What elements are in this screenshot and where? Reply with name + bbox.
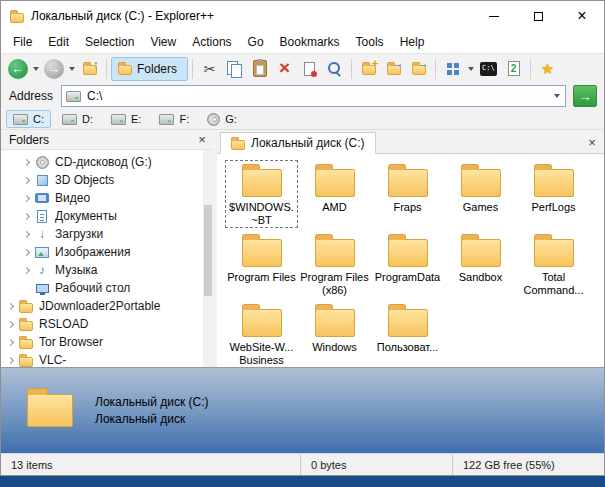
tree-item[interactable]: Рабочий стол — [1, 279, 203, 297]
file-item[interactable]: $WINDOWS.~BT — [225, 160, 298, 228]
menu-actions[interactable]: Actions — [184, 32, 239, 52]
file-item[interactable]: AMD — [298, 160, 371, 228]
file-item[interactable]: Games — [444, 160, 517, 228]
expand-chevron-icon[interactable] — [7, 338, 14, 345]
forward-icon — [44, 59, 64, 79]
tree-item[interactable]: 3D Objects — [1, 171, 203, 189]
duplicate-tab-button[interactable] — [501, 57, 526, 81]
tree-item[interactable]: JDownloader2Portable — [1, 297, 203, 315]
file-item[interactable]: PerfLogs — [517, 160, 590, 228]
drive-button-d[interactable]: D: — [55, 110, 100, 128]
folder-tree: CD-дисковод (G:)3D ObjectsВидеоДокументы… — [1, 150, 203, 367]
file-item[interactable]: Sandbox — [444, 230, 517, 298]
tree-item[interactable]: Музыка — [1, 261, 203, 279]
address-bar: Address C:\ — [1, 83, 604, 109]
move-to-button[interactable] — [406, 57, 431, 81]
properties-icon — [304, 62, 315, 76]
file-item[interactable]: Total Command... — [517, 230, 590, 298]
expand-chevron-icon[interactable] — [23, 194, 30, 201]
folder-icon — [534, 169, 574, 197]
expand-chevron-icon[interactable] — [7, 320, 14, 327]
back-icon — [8, 59, 28, 79]
tree-scrollbar[interactable] — [203, 150, 213, 367]
file-item[interactable]: ProgramData — [371, 230, 444, 298]
tree-item[interactable]: Tor Browser — [1, 333, 203, 351]
delete-button[interactable] — [272, 57, 297, 81]
file-item-label: PerfLogs — [518, 201, 589, 214]
address-dropdown[interactable] — [548, 86, 565, 106]
close-icon — [577, 7, 586, 25]
file-item[interactable]: Program Files (x86) — [298, 230, 371, 298]
forward-button[interactable] — [41, 57, 66, 81]
search-button[interactable] — [322, 57, 347, 81]
cut-button[interactable] — [197, 57, 222, 81]
expand-chevron-icon[interactable] — [23, 266, 30, 273]
folders-button[interactable]: Folders — [111, 57, 188, 81]
drive-button-g[interactable]: G: — [200, 110, 244, 128]
back-button[interactable] — [5, 57, 30, 81]
copy-to-button[interactable] — [381, 57, 406, 81]
tree-item[interactable]: VLC- — [1, 351, 203, 367]
menu-file[interactable]: File — [5, 32, 40, 52]
new-folder-button[interactable] — [356, 57, 381, 81]
expand-chevron-icon[interactable] — [7, 356, 14, 363]
command-prompt-button[interactable] — [476, 57, 501, 81]
drive-icon — [66, 91, 81, 102]
menu-view[interactable]: View — [142, 32, 184, 52]
go-button[interactable] — [573, 85, 597, 107]
drive-button-e[interactable]: E: — [104, 110, 148, 128]
menu-go[interactable]: Go — [240, 32, 272, 52]
views-menu-dropdown[interactable] — [465, 57, 476, 81]
views-icon — [446, 62, 460, 76]
forward-history-dropdown[interactable] — [66, 57, 77, 81]
file-item[interactable]: Program Files — [225, 230, 298, 298]
menu-bookmarks[interactable]: Bookmarks — [272, 32, 348, 52]
tree-item-icon-wrap — [18, 336, 34, 349]
tree-scrollbar-thumb[interactable] — [204, 205, 212, 296]
tree-item[interactable]: Документы — [1, 207, 203, 225]
expand-chevron-icon[interactable] — [7, 302, 14, 309]
expand-chevron-icon[interactable] — [23, 248, 30, 255]
close-folders-button[interactable] — [194, 132, 210, 148]
downloads-icon — [35, 227, 49, 241]
menu-selection[interactable]: Selection — [77, 32, 142, 52]
drive-button-c[interactable]: C: — [6, 110, 51, 128]
tree-item[interactable]: Загрузки — [1, 225, 203, 243]
file-item[interactable]: Fraps — [371, 160, 444, 228]
drive-button-f[interactable]: F: — [152, 110, 196, 128]
properties-button[interactable] — [297, 57, 322, 81]
info-folder-icon — [27, 394, 73, 427]
tree-item[interactable]: Видео — [1, 189, 203, 207]
menu-help[interactable]: Help — [392, 32, 433, 52]
up-button[interactable] — [77, 57, 102, 81]
tab-local-disk-c[interactable]: Локальный диск (C:) — [220, 132, 376, 154]
expand-chevron-icon[interactable] — [23, 176, 30, 183]
file-item[interactable]: Пользоват... — [371, 300, 444, 367]
tree-item[interactable]: CD-дисковод (G:) — [1, 153, 203, 171]
close-button[interactable] — [560, 1, 604, 31]
close-tab-button[interactable] — [584, 134, 600, 150]
tree-item-icon-wrap — [18, 300, 34, 313]
paste-button[interactable] — [247, 57, 272, 81]
delete-icon — [277, 60, 293, 78]
views-button[interactable] — [440, 57, 465, 81]
maximize-button[interactable] — [516, 1, 560, 31]
minimize-button[interactable] — [472, 1, 516, 31]
info-panel: Локальный диск (C:) Локальный диск — [1, 367, 604, 453]
tree-item-icon-wrap — [34, 210, 50, 223]
expand-chevron-icon[interactable] — [23, 158, 30, 165]
tree-item[interactable]: Изображения — [1, 243, 203, 261]
file-item[interactable]: Windows — [298, 300, 371, 367]
copy-button[interactable] — [222, 57, 247, 81]
file-item[interactable]: WebSite-W... Business — [225, 300, 298, 367]
expand-chevron-icon[interactable] — [23, 230, 30, 237]
expand-chevron-icon[interactable] — [23, 212, 30, 219]
menu-edit[interactable]: Edit — [40, 32, 77, 52]
add-bookmark-button[interactable] — [535, 57, 560, 81]
menu-tools[interactable]: Tools — [348, 32, 392, 52]
address-input[interactable]: C:\ — [61, 85, 566, 107]
back-history-dropdown[interactable] — [30, 57, 41, 81]
tree-item[interactable]: RSLOAD — [1, 315, 203, 333]
file-item-label: Program Files — [226, 271, 297, 284]
toolbar: Folders — [1, 53, 604, 83]
